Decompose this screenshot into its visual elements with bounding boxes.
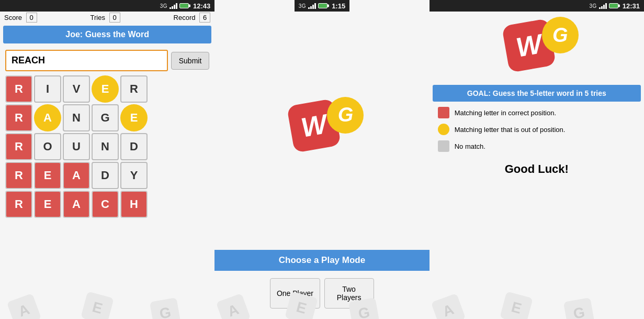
grid-cell-4-0: R xyxy=(5,191,32,218)
battery-icon-2 xyxy=(318,3,327,8)
one-player-button[interactable]: One Player xyxy=(270,278,320,309)
grid-cell-4-2: A xyxy=(63,191,90,218)
grid-cell-2-2: U xyxy=(63,133,90,160)
grid-cell-3-2: A xyxy=(63,162,90,189)
time-1: 12:43 xyxy=(193,2,210,10)
record-value: 6 xyxy=(199,13,210,23)
signal-label-2: 3G xyxy=(299,3,306,9)
deco-tile-a2: A xyxy=(216,293,251,319)
grid-cell-0-2: V xyxy=(63,75,90,103)
status-bar-3: 3G 12:31 xyxy=(430,0,644,12)
word-input[interactable] xyxy=(5,50,168,71)
grid-cell-1-0: R xyxy=(5,104,32,131)
legend-text-1: Matching letter that is out of position. xyxy=(455,126,566,134)
logo-g-2: G xyxy=(327,97,364,134)
tries-label: Tries 0 xyxy=(91,14,120,21)
battery-icon-3 xyxy=(609,3,618,8)
grid-cell-4-1: E xyxy=(34,191,61,218)
score-label: Score 0 xyxy=(4,14,37,21)
word-grid: RIVERRANGEROUNDREADYREACH xyxy=(0,75,214,218)
grid-cell-1-4: E xyxy=(120,104,148,131)
screen-3: 3G 12:31 W G GOAL: Guess the 5-letter wo… xyxy=(430,0,644,319)
input-row: Submit xyxy=(0,46,214,75)
logo-container-3: W G xyxy=(430,12,644,85)
legend-box-gray xyxy=(438,140,449,152)
legend: Matching letter in correct position.Matc… xyxy=(430,107,644,152)
logo-container-2: W G xyxy=(290,12,353,250)
legend-box-yellow xyxy=(438,124,449,135)
deco-tile-g1: G xyxy=(150,298,181,319)
grid-cell-0-0: R xyxy=(5,75,32,103)
grid-cell-2-3: N xyxy=(92,133,119,160)
record-label: Record 6 xyxy=(174,14,211,21)
grid-cell-3-0: R xyxy=(5,162,32,189)
grid-row-2: ROUND xyxy=(5,133,209,160)
deco-tile-g3: G xyxy=(563,298,595,319)
grid-cell-4-4: H xyxy=(120,191,148,218)
legend-item-2: No match. xyxy=(438,140,636,152)
legend-item-0: Matching letter in correct position. xyxy=(438,107,636,118)
deco-tile-e1: E xyxy=(81,291,114,319)
grid-cell-1-3: G xyxy=(92,104,119,131)
good-luck-text: Good Luck! xyxy=(430,152,644,181)
grid-cell-3-3: D xyxy=(92,162,119,189)
logo-g-3: G xyxy=(542,17,579,53)
deco-tiles-1: A E G xyxy=(0,277,214,319)
grid-cell-3-4: Y xyxy=(120,162,148,189)
game-title: Joe: Guess the Word xyxy=(3,26,211,43)
choose-mode-bar: Choose a Play Mode xyxy=(214,250,429,271)
grid-cell-1-2: N xyxy=(63,104,90,131)
signal-icon-3 xyxy=(599,3,607,9)
battery-icon-1 xyxy=(179,3,189,8)
grid-cell-0-4: R xyxy=(120,75,148,103)
logo-group-3: W G xyxy=(505,22,568,80)
score-header: Score 0 Tries 0 Record 6 xyxy=(0,12,214,24)
legend-item-1: Matching letter that is out of position. xyxy=(438,124,636,135)
deco-tile-a1: A xyxy=(7,293,42,319)
status-bar-2: 3G 1:15 xyxy=(295,0,349,12)
signal-label-3: 3G xyxy=(589,3,596,9)
grid-cell-1-1: A xyxy=(34,104,61,131)
screen-1: 3G 12:43 Score 0 Tries 0 Record 6 Joe: G… xyxy=(0,0,214,319)
grid-row-4: REACH xyxy=(5,191,209,218)
legend-text-0: Matching letter in correct position. xyxy=(455,109,556,117)
grid-cell-0-1: I xyxy=(34,75,61,103)
time-3: 12:31 xyxy=(623,2,640,10)
deco-tile-a3: A xyxy=(431,293,466,319)
grid-row-3: READY xyxy=(5,162,209,189)
legend-text-2: No match. xyxy=(455,142,485,150)
grid-cell-2-1: O xyxy=(34,133,61,160)
grid-cell-2-0: R xyxy=(5,133,32,160)
deco-tiles-3: A E G xyxy=(430,277,644,319)
time-2: 1:15 xyxy=(332,2,345,10)
goal-bar: GOAL: Guess the 5-letter word in 5 tries xyxy=(433,85,641,102)
grid-cell-4-3: C xyxy=(92,191,119,218)
status-bar-1: 3G 12:43 xyxy=(0,0,214,12)
submit-button[interactable]: Submit xyxy=(171,52,210,70)
logo-group-2: W G xyxy=(290,102,353,160)
signal-icon-1 xyxy=(170,3,177,9)
screen-2: 3G 1:15 W G Choose a Play Mode One Playe… xyxy=(214,0,429,319)
legend-box-red xyxy=(438,107,449,118)
grid-row-0: RIVER xyxy=(5,75,209,103)
grid-cell-2-4: D xyxy=(120,133,148,160)
signal-icon-2 xyxy=(308,3,316,9)
score-value: 0 xyxy=(26,13,37,23)
play-buttons: One Player Two Players xyxy=(259,278,384,319)
deco-tile-e3: E xyxy=(500,291,533,319)
two-players-button[interactable]: Two Players xyxy=(324,278,374,309)
grid-cell-3-1: E xyxy=(34,162,61,189)
tries-value: 0 xyxy=(109,13,120,23)
grid-cell-0-3: E xyxy=(92,75,119,103)
grid-row-1: RANGE xyxy=(5,104,209,131)
signal-label-1: 3G xyxy=(160,3,167,9)
